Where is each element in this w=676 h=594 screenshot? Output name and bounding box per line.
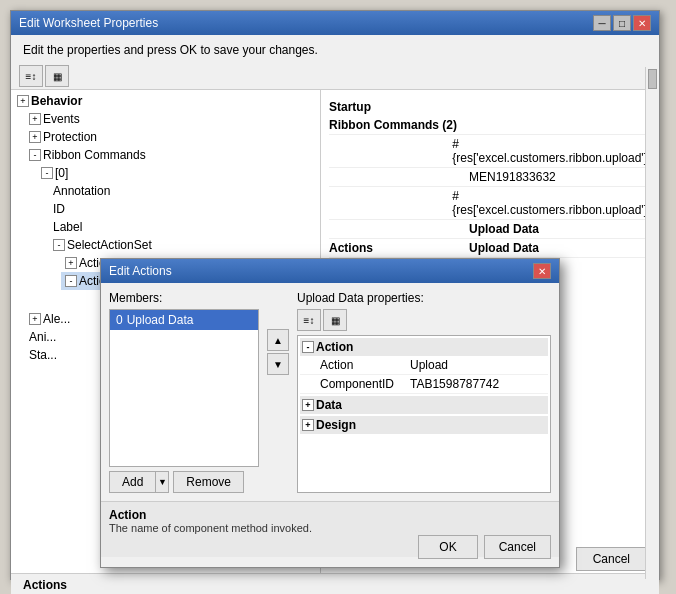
expand-icon[interactable]: - [53,239,65,251]
data-section[interactable]: + Data [300,396,548,414]
inner-bottom-label: Action [109,508,551,522]
add-dropdown-arrow[interactable]: ▼ [155,471,169,493]
add-btn-group: Add ▼ [109,471,169,493]
prop-row-actions: Actions Upload Data [329,239,651,258]
ok-button[interactable]: OK [418,535,477,559]
startup-label: Startup [329,100,371,114]
tree-label: Sta... [29,348,57,362]
grid-button[interactable]: ▦ [45,65,69,87]
tree-label: [0] [55,166,68,180]
prop-key: ComponentID [320,377,410,391]
minimize-button[interactable]: ─ [593,15,611,31]
expand-icon[interactable]: + [17,95,29,107]
members-bottom: Add ▼ Remove [109,471,289,493]
expand-icon[interactable]: + [29,113,41,125]
bottom-label: Actions [23,578,647,592]
inner-buttons: OK Cancel [418,535,551,559]
action-section[interactable]: - Action [300,338,548,356]
props-toolbar: ≡↕ ▦ [297,309,551,331]
props-label: Upload Data properties: [297,291,551,305]
tree-label: Ale... [43,312,70,326]
inner-content: Members: 0 Upload Data ▲ ▼ Add ▼ [101,283,559,501]
maximize-button[interactable]: □ [613,15,631,31]
main-cancel-button[interactable]: Cancel [576,547,647,571]
remove-button[interactable]: Remove [173,471,244,493]
prop-key [329,222,469,236]
inner-title: Edit Actions [109,264,172,278]
tree-item-id[interactable]: ID [49,200,318,218]
prop-row-uploaddata: Upload Data [329,220,651,239]
member-index: 0 [116,313,123,327]
expand-icon[interactable]: + [65,257,77,269]
prop-key: Actions [329,241,469,255]
prop-row-annotation: #{res['excel.customers.ribbon.upload']} [329,135,651,168]
main-titlebar: Edit Worksheet Properties ─ □ ✕ [11,11,659,35]
props-grid-button[interactable]: ▦ [323,309,347,331]
prop-val: TAB1598787742 [410,377,544,391]
prop-row-label: #{res['excel.customers.ribbon.upload']} [329,187,651,220]
tree-label: Label [53,220,82,234]
prop-label: Ribbon Commands (2) [329,118,469,132]
tree-label: Ani... [29,330,56,344]
expand-icon[interactable]: + [302,399,314,411]
prop-value: Upload Data [469,241,651,255]
prop-value: Upload Data [469,222,651,236]
tree-item-annotation[interactable]: Annotation [49,182,318,200]
expand-icon[interactable]: - [29,149,41,161]
expand-icon[interactable]: - [41,167,53,179]
bottom-panel: Actions The collection [11,573,659,594]
tree-item-behavior[interactable]: + Behavior [13,92,318,110]
tree-item-idx0[interactable]: - [0] [37,164,318,182]
tree-label: Protection [43,130,97,144]
prop-key [329,170,469,184]
inner-titlebar: Edit Actions ✕ [101,259,559,283]
tree-item-selectactionset[interactable]: - SelectActionSet [49,236,318,254]
prop-value: MEN191833632 [469,170,651,184]
tree-item-protection[interactable]: + Protection [25,128,318,146]
expand-icon[interactable]: + [302,419,314,431]
prop-key: Action [320,358,410,372]
section-label: Action [316,340,353,354]
main-toolbar: ≡↕ ▦ [11,63,659,90]
tree-label: Annotation [53,184,110,198]
tree-item-ribbon-commands[interactable]: - Ribbon Commands [25,146,318,164]
tree-label: ID [53,202,65,216]
close-button[interactable]: ✕ [633,15,651,31]
member-item-upload-data[interactable]: 0 Upload Data [110,310,258,330]
props-sort-button[interactable]: ≡↕ [297,309,321,331]
move-up-button[interactable]: ▲ [267,329,289,351]
tree-item-events[interactable]: + Events [25,110,318,128]
inner-close-button[interactable]: ✕ [533,263,551,279]
prop-row-id: MEN191833632 [329,168,651,187]
inner-cancel-button[interactable]: Cancel [484,535,551,559]
section-label: Data [316,398,342,412]
design-section[interactable]: + Design [300,416,548,434]
prop-value: #{res['excel.customers.ribbon.upload']} [452,137,651,165]
add-button[interactable]: Add [109,471,155,493]
props-tree: - Action Action Upload ComponentID TAB15… [297,335,551,493]
tree-label: Events [43,112,80,126]
members-panel: Members: 0 Upload Data ▲ ▼ Add ▼ [109,291,289,493]
prop-val: Upload [410,358,544,372]
prop-key [329,189,452,217]
tree-item-label[interactable]: Label [49,218,318,236]
section-label: Design [316,418,356,432]
inner-dialog: Edit Actions ✕ Members: 0 Upload Data ▲ … [100,258,560,568]
member-name: Upload Data [127,313,194,327]
expand-icon[interactable]: + [29,313,41,325]
sort-button[interactable]: ≡↕ [19,65,43,87]
members-list: 0 Upload Data [109,309,259,467]
prop-row: Ribbon Commands (2) [329,116,651,135]
tree-label: Ribbon Commands [43,148,146,162]
action-row: Action Upload [300,356,548,375]
prop-value: #{res['excel.customers.ribbon.upload']} [452,189,651,217]
scrollbar[interactable] [645,67,659,579]
dialog-subtitle: Edit the properties and press OK to save… [11,35,659,63]
expand-icon[interactable]: - [65,275,77,287]
expand-icon[interactable]: + [29,131,41,143]
members-arrows: ▲ ▼ [267,329,289,467]
move-down-button[interactable]: ▼ [267,353,289,375]
expand-icon[interactable]: - [302,341,314,353]
inner-bottom-desc: The name of component method invoked. [109,522,551,534]
main-title: Edit Worksheet Properties [19,16,158,30]
